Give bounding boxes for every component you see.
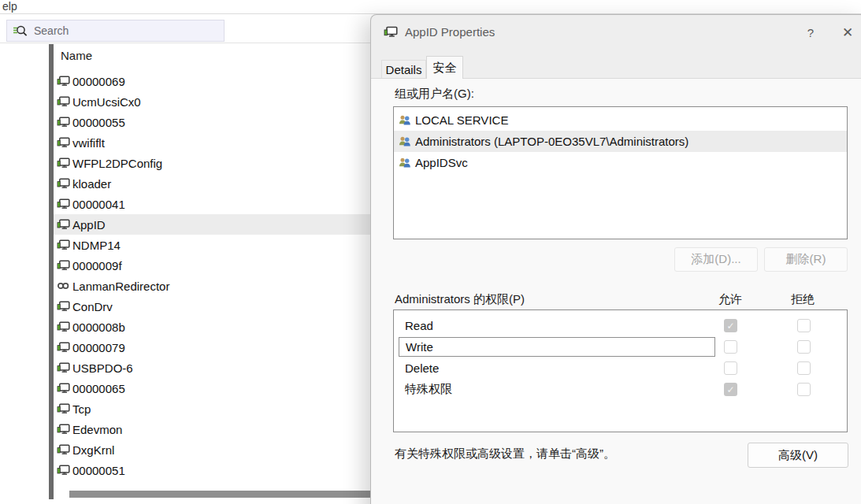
name-column-header[interactable]: Name [61, 49, 92, 62]
list-item[interactable]: 00000051 [54, 460, 370, 480]
search-filter-icon [13, 24, 28, 37]
list-horizontal-scrollbar[interactable] [69, 491, 370, 498]
device-icon [57, 424, 70, 435]
permission-row[interactable]: Write [394, 336, 847, 358]
device-icon [57, 383, 70, 394]
group-item-label: LOCAL SERVICE [415, 113, 508, 127]
list-item[interactable]: USBPDO-6 [54, 358, 370, 378]
device-icon [57, 260, 70, 271]
device-icon [57, 362, 70, 373]
appid-properties-dialog: AppID Properties ? ✕ Details 安全 组或用户名(G)… [370, 14, 861, 504]
group-item[interactable]: LOCAL SERVICE [394, 109, 847, 131]
device-icon [57, 76, 70, 87]
list-item-label: DxgKrnl [72, 443, 114, 457]
list-item[interactable]: 00000041 [54, 194, 370, 214]
list-item[interactable]: 00000055 [54, 112, 370, 132]
device-icon [57, 158, 70, 169]
list-item-label: 00000079 [72, 341, 125, 354]
close-button[interactable]: ✕ [837, 21, 859, 43]
list-item[interactable]: UcmUcsiCx0 [54, 91, 370, 112]
device-icon [57, 403, 70, 414]
list-item[interactable]: 0000009f [54, 255, 370, 276]
allow-column-header: 允许 [713, 292, 748, 307]
list-item-label: 00000069 [72, 75, 125, 88]
group-item[interactable]: AppIDSvc [394, 152, 847, 173]
search-box[interactable] [6, 20, 225, 42]
list-item[interactable]: Tcp [54, 398, 370, 419]
device-icon [57, 301, 70, 312]
list-item[interactable]: 00000065 [54, 378, 370, 398]
list-item[interactable]: WFPL2DPConfig [54, 153, 370, 173]
users-icon [399, 135, 411, 148]
group-item[interactable]: Administrators (LAPTOP-0EO35VL7\Administ… [394, 131, 847, 152]
list-item-label: 00000065 [72, 382, 125, 395]
list-item-label: UcmUcsiCx0 [72, 95, 141, 109]
help-menu-partial[interactable]: elp [2, 0, 17, 13]
allow-checkbox[interactable] [724, 383, 737, 396]
search-input[interactable] [34, 24, 207, 37]
deny-checkbox[interactable] [797, 319, 811, 332]
device-icon [57, 239, 70, 250]
list-item-label: Tcp [72, 402, 91, 416]
device-icon [57, 321, 70, 332]
list-item[interactable]: vwififlt [54, 132, 370, 153]
list-item[interactable]: DxgKrnl [54, 439, 370, 460]
permission-name: Write [399, 337, 715, 357]
device-icon [57, 178, 70, 189]
list-item-label: 0000009f [72, 259, 122, 272]
list-item-label: 00000055 [72, 116, 125, 129]
list-item[interactable]: 00000069 [54, 71, 370, 91]
permission-row[interactable]: Read [394, 315, 847, 336]
group-item-label: AppIDSvc [415, 156, 468, 169]
tab-security[interactable]: 安全 [426, 56, 463, 79]
advanced-button[interactable]: 高级(V) [748, 443, 848, 468]
list-item[interactable]: 0000008b [54, 317, 370, 337]
group-list: LOCAL SERVICE Administrators (LAPTOP-0EO… [393, 106, 848, 239]
device-icon [57, 219, 70, 230]
dialog-title: AppID Properties [405, 25, 495, 39]
list-item-label: LanmanRedirector [72, 280, 169, 293]
permissions-label: Administrators 的权限(P) [395, 292, 525, 307]
permission-rows: ReadWriteDelete特殊权限 [393, 309, 848, 432]
permission-name: 特殊权限 [399, 380, 715, 399]
deny-checkbox[interactable] [797, 361, 811, 375]
list-item-label: ConDrv [72, 300, 113, 313]
list-item-label: 00000051 [72, 464, 125, 477]
list-item-label: 0000008b [72, 321, 125, 334]
allow-checkbox[interactable] [724, 319, 737, 332]
list-item[interactable]: AppID [54, 214, 370, 235]
help-button[interactable]: ? [801, 23, 820, 42]
list-item[interactable]: LanmanRedirector [54, 276, 370, 296]
device-icon [57, 117, 70, 128]
remove-button[interactable]: 删除(R) [764, 247, 848, 272]
list-item-label: 00000041 [72, 198, 125, 211]
list-item[interactable]: NDMP14 [54, 235, 370, 255]
device-icon [57, 198, 70, 209]
deny-checkbox[interactable] [797, 383, 811, 396]
list-item-label: NDMP14 [72, 239, 121, 252]
link-icon [57, 280, 70, 291]
permission-name: Delete [399, 358, 715, 378]
device-icon [57, 342, 70, 353]
tab-details[interactable]: Details [381, 60, 426, 78]
allow-checkbox[interactable] [724, 340, 737, 354]
list-item-label: WFPL2DPConfig [72, 157, 162, 170]
list-item[interactable]: kloader [54, 173, 370, 194]
advanced-hint-text: 有关特殊权限或高级设置，请单击“高级”。 [395, 447, 615, 461]
list-item[interactable]: 00000079 [54, 337, 370, 358]
list-item[interactable]: Edevmon [54, 419, 370, 439]
device-icon [57, 465, 70, 476]
permission-row[interactable]: 特殊权限 [394, 379, 847, 400]
device-icon [57, 444, 70, 455]
users-icon [399, 157, 411, 169]
deny-checkbox[interactable] [797, 340, 811, 354]
users-icon [399, 114, 411, 127]
add-button[interactable]: 添加(D)... [674, 247, 758, 272]
list-item-label: AppID [72, 218, 106, 232]
device-icon [57, 96, 70, 107]
allow-checkbox[interactable] [724, 361, 737, 375]
permission-row[interactable]: Delete [394, 358, 847, 379]
group-item-label: Administrators (LAPTOP-0EO35VL7\Administ… [415, 135, 688, 148]
list-item[interactable]: ConDrv [54, 296, 370, 317]
device-icon [384, 26, 398, 41]
